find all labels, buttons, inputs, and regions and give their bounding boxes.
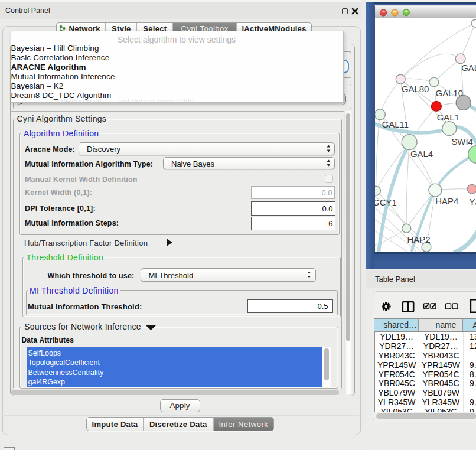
svg-text:SWI4: SWI4 — [451, 137, 472, 146]
svg-text:GAL80: GAL80 — [401, 84, 428, 94]
svg-text:YJL21: YJL21 — [469, 197, 476, 207]
svg-text:GAL1: GAL1 — [436, 113, 459, 122]
svg-text:HAP2: HAP2 — [407, 235, 430, 244]
svg-text:GCY1: GCY1 — [374, 198, 397, 207]
svg-text:GAL10: GAL10 — [435, 89, 462, 98]
svg-text:GAL4: GAL4 — [410, 150, 432, 159]
svg-text:GAL7: GAL7 — [461, 64, 476, 73]
svg-text:HAP4: HAP4 — [435, 197, 458, 206]
svg-text:GAL11: GAL11 — [382, 120, 408, 129]
